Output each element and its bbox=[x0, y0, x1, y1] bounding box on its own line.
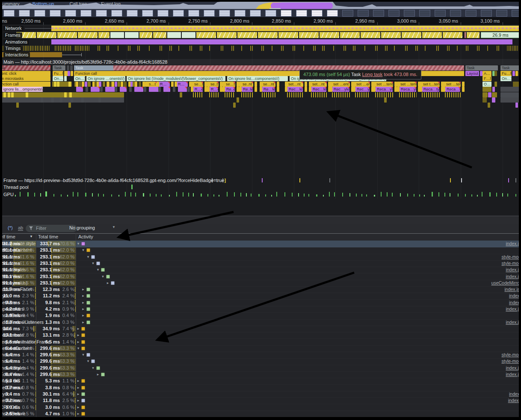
flame-event-fragment[interactable] bbox=[134, 87, 143, 92]
table-row[interactable]: 11.0 ms2.3 %11.2 ms2.4 %▸syncindex. bbox=[0, 293, 521, 300]
flame-event-fragment[interactable] bbox=[180, 92, 182, 97]
flame-event[interactable]: Rec…le bbox=[287, 87, 303, 92]
flame-event-fragment[interactable] bbox=[191, 87, 193, 92]
flame-event-fragment[interactable] bbox=[500, 87, 521, 92]
flame-event[interactable]: R… bbox=[159, 82, 170, 87]
tree-caret[interactable]: ▸ bbox=[81, 306, 86, 312]
flame-event-fragment[interactable] bbox=[187, 87, 190, 92]
flame-event[interactable]: Reca…tyle bbox=[422, 87, 439, 92]
flame-event-fragment[interactable] bbox=[255, 82, 257, 87]
flame-event-fragment[interactable] bbox=[330, 87, 332, 92]
flame-event-fragment[interactable] bbox=[488, 103, 490, 108]
filmstrip-thumbnail[interactable] bbox=[419, 10, 430, 17]
filmstrip-thumbnail[interactable] bbox=[234, 10, 246, 17]
flame-event-fragment[interactable] bbox=[69, 92, 72, 97]
tree-caret[interactable]: ▾ bbox=[101, 273, 105, 280]
flame-event[interactable]: set…nt bbox=[287, 82, 303, 87]
flame-event[interactable]: set…nt bbox=[311, 82, 327, 87]
column-header-self-time[interactable]: Self time bbox=[0, 234, 15, 239]
flame-event-fragment[interactable] bbox=[311, 92, 327, 97]
flame-event[interactable]: R…e bbox=[193, 87, 203, 92]
animations-track-bar[interactable] bbox=[51, 39, 512, 44]
filmstrip-thumbnail[interactable] bbox=[465, 10, 477, 17]
flame-event[interactable]: Function call bbox=[0, 82, 50, 87]
flame-event[interactable]: Re..e bbox=[225, 87, 235, 92]
flame-event-fragment[interactable] bbox=[515, 103, 518, 108]
flame-event-fragment[interactable] bbox=[88, 82, 91, 87]
flame-event-fragment[interactable] bbox=[222, 87, 225, 92]
filmstrip-thumbnail[interactable] bbox=[388, 10, 400, 17]
flame-event-fragment[interactable] bbox=[68, 82, 71, 87]
flame-event-fragment[interactable] bbox=[76, 87, 83, 92]
flame-event-fragment[interactable] bbox=[82, 82, 84, 87]
frame-track-title[interactable]: Frame — https://id-preview--bd53fd9d-728… bbox=[3, 177, 226, 183]
table-row[interactable]: 11.9 ms2.5 %12.3 ms2.6 %▸attrsFromFaceti… bbox=[0, 286, 521, 293]
table-row[interactable]: 291.1 ms61.6 %293.1 ms62.0 %▾mountStyles… bbox=[0, 267, 521, 273]
flame-event-fragment[interactable] bbox=[51, 97, 54, 103]
flame-event-fragment[interactable] bbox=[222, 82, 225, 87]
flame-event-fragment[interactable] bbox=[332, 92, 350, 97]
tree-caret[interactable]: ▸ bbox=[106, 280, 110, 286]
flame-event-fragment[interactable] bbox=[241, 92, 253, 97]
frame-block[interactable] bbox=[125, 32, 139, 38]
flame-event-fragment[interactable] bbox=[488, 92, 491, 97]
frame-block[interactable] bbox=[182, 32, 195, 38]
flame-event[interactable]: Task bbox=[465, 65, 498, 70]
flame-event-fragment[interactable] bbox=[173, 87, 175, 92]
flame-event-fragment[interactable] bbox=[233, 103, 236, 108]
column-separator[interactable] bbox=[36, 233, 36, 420]
table-row[interactable]: 6.4 ms1.4 %299.6 ms63.3 %▾mountStylesind… bbox=[0, 365, 521, 372]
filmstrip-thumbnail[interactable] bbox=[327, 10, 338, 17]
flame-event-fragment[interactable] bbox=[60, 97, 62, 103]
table-row[interactable]: 34.6 ms7.3 %34.9 ms7.4 %▸mark bbox=[0, 326, 521, 332]
table-row[interactable]: 291.1 ms61.6 %293.1 ms62.0 %▾set textCon… bbox=[0, 247, 521, 254]
flame-event[interactable]: set …ent bbox=[355, 82, 370, 87]
flame-event-fragment[interactable] bbox=[86, 87, 88, 92]
flame-event-fragment[interactable] bbox=[515, 71, 518, 76]
filmstrip-thumbnail[interactable] bbox=[496, 10, 507, 17]
frame-block[interactable] bbox=[110, 32, 124, 38]
filmstrip-thumbnail[interactable] bbox=[3, 10, 15, 17]
flame-event-fragment[interactable] bbox=[67, 65, 69, 70]
frame-block[interactable] bbox=[443, 32, 462, 38]
flame-event-fragment[interactable] bbox=[171, 82, 174, 87]
flame-event[interactable]: set …ent bbox=[332, 82, 350, 87]
flame-event-fragment[interactable] bbox=[420, 82, 422, 87]
flame-event-fragment[interactable] bbox=[277, 87, 279, 92]
frame-block[interactable] bbox=[467, 32, 480, 38]
flame-event[interactable]: On ignore …onents\/) bbox=[86, 76, 125, 81]
flame-event-fragment[interactable] bbox=[422, 92, 440, 97]
grouping-chevron-down-icon[interactable]: ▼ bbox=[112, 225, 115, 229]
filmstrip-thumbnail[interactable] bbox=[404, 10, 415, 17]
flame-event[interactable]: Task bbox=[74, 65, 113, 70]
flame-event[interactable]: O… bbox=[483, 82, 491, 87]
flame-event-fragment[interactable] bbox=[353, 87, 355, 92]
filmstrip-thumbnail[interactable] bbox=[281, 10, 292, 17]
filmstrip-thumbnail[interactable] bbox=[450, 10, 461, 17]
flame-event[interactable]: Layout bbox=[465, 71, 479, 76]
filmstrip-thumbnail[interactable] bbox=[127, 10, 138, 17]
flame-event-fragment[interactable] bbox=[305, 82, 307, 87]
flame-event-fragment[interactable] bbox=[98, 97, 101, 103]
source-link[interactable]: useCodeMirror bbox=[491, 280, 521, 286]
flame-event[interactable]: se..nt bbox=[241, 82, 253, 87]
flame-event-fragment[interactable] bbox=[397, 82, 400, 87]
table-row[interactable]: 291.1 ms61.6 %293.1 ms62.0 %▾mountstyle-… bbox=[0, 260, 521, 267]
flame-event-fragment[interactable] bbox=[373, 87, 376, 92]
frame-duration-badge[interactable]: 26.9 ms bbox=[481, 32, 520, 38]
tree-caret[interactable]: ▸ bbox=[76, 326, 80, 332]
column-header-total-time[interactable]: Total time bbox=[38, 234, 58, 239]
main-thread-title[interactable]: Main — http://localhost:3000/projects/bd… bbox=[3, 59, 167, 65]
flame-event-fragment[interactable] bbox=[68, 103, 71, 108]
table-row[interactable]: 6.4 ms1.4 %299.6 ms63.3 %▾mountstyle-mod bbox=[0, 352, 521, 358]
flame-event-fragment[interactable] bbox=[239, 87, 242, 92]
filmstrip-thumbnail[interactable] bbox=[173, 10, 184, 17]
filmstrip-thumbnail[interactable] bbox=[265, 10, 276, 17]
regex-icon[interactable]: (*) bbox=[8, 225, 13, 230]
frame-block[interactable] bbox=[196, 32, 216, 38]
track-label-gpu[interactable]: GPU bbox=[3, 191, 14, 197]
tree-caret[interactable]: ▾ bbox=[91, 365, 95, 371]
filmstrip-thumbnail[interactable] bbox=[250, 10, 261, 17]
flame-event-fragment[interactable] bbox=[397, 87, 400, 92]
tree-caret[interactable]: ▸ bbox=[76, 385, 80, 391]
